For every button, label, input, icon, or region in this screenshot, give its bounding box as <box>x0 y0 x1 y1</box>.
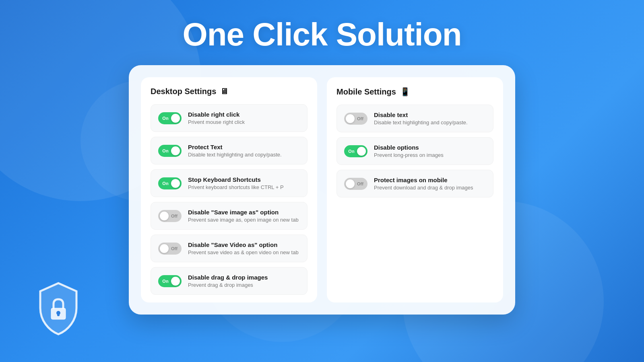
desktop-settings-list: On Disable right click Privent mouse rig… <box>151 104 308 295</box>
setting-item-disable-save-image: Off Disable "Save image as" option Preve… <box>151 202 308 230</box>
page-title: One Click Solution <box>182 16 461 53</box>
mobile-panel-title-text: Mobile Settings <box>336 87 396 97</box>
setting-title-protect-images-mobile: Protect images on mobile <box>374 177 486 183</box>
setting-title-disable-text-mobile: Disable text <box>374 111 486 118</box>
setting-title-disable-drag-drop: Disable drag & drop images <box>188 274 300 281</box>
setting-text-protect-text: Protect Text Disable text highlighting a… <box>188 144 300 158</box>
setting-desc-stop-keyboard-shortcuts: Privent keyboard shortcuts like CTRL + P <box>188 184 300 190</box>
setting-desc-protect-text: Disable text highlighting and copy/paste… <box>188 152 300 158</box>
setting-item-disable-text-mobile: Off Disable text Disable text highlighti… <box>336 105 493 132</box>
setting-title-disable-save-image: Disable "Save image as" option <box>188 209 300 216</box>
toggle-disable-right-click[interactable]: On <box>158 112 182 124</box>
desktop-panel-title: Desktop Settings 🖥 <box>151 87 308 96</box>
setting-title-protect-text: Protect Text <box>188 144 300 150</box>
mobile-settings-panel: Mobile Settings 📱 Off Disable text Disab… <box>327 77 503 302</box>
toggle-label-disable-options-mobile: On <box>348 149 354 154</box>
toggle-knob-disable-right-click <box>171 114 180 123</box>
toggle-disable-options-mobile[interactable]: On <box>344 145 367 157</box>
toggle-label-protect-images-mobile: Off <box>357 181 363 186</box>
setting-text-disable-save-video: Disable "Save Video as" option Prevent s… <box>188 241 300 255</box>
toggle-label-disable-drag-drop: On <box>162 279 168 284</box>
setting-text-disable-options-mobile: Disable options Prevent long-press on im… <box>374 144 486 158</box>
toggle-knob-disable-drag-drop <box>171 277 180 286</box>
setting-item-disable-right-click: On Disable right click Privent mouse rig… <box>151 104 308 132</box>
setting-desc-disable-text-mobile: Disable text highlighting and copy/paste… <box>374 119 486 125</box>
toggle-label-protect-text: On <box>162 148 168 153</box>
main-content: One Click Solution Desktop Settings 🖥 On… <box>0 0 644 362</box>
toggle-disable-text-mobile[interactable]: Off <box>344 113 367 125</box>
setting-item-disable-save-video: Off Disable "Save Video as" option Preve… <box>151 234 308 262</box>
toggle-disable-save-video[interactable]: Off <box>158 243 182 255</box>
toggle-knob-disable-save-image <box>160 212 169 220</box>
desktop-panel-title-text: Desktop Settings <box>151 87 216 96</box>
setting-text-disable-text-mobile: Disable text Disable text highlighting a… <box>374 111 486 125</box>
setting-desc-protect-images-mobile: Prevent download and drag & drop images <box>374 185 486 191</box>
toggle-knob-disable-text-mobile <box>346 114 355 123</box>
setting-text-disable-save-image: Disable "Save image as" option Prevent s… <box>188 209 300 223</box>
toggle-disable-drag-drop[interactable]: On <box>158 275 182 287</box>
setting-text-stop-keyboard-shortcuts: Stop Keyboard Shortcuts Privent keyboard… <box>188 176 300 190</box>
toggle-knob-protect-text <box>171 146 180 155</box>
toggle-disable-save-image[interactable]: Off <box>158 210 182 222</box>
toggle-stop-keyboard-shortcuts[interactable]: On <box>158 177 182 189</box>
setting-desc-disable-right-click: Privent mouse right click <box>188 119 300 125</box>
svg-rect-2 <box>57 313 60 316</box>
toggle-label-disable-right-click: On <box>162 116 168 121</box>
toggle-protect-images-mobile[interactable]: Off <box>344 178 367 190</box>
setting-desc-disable-save-video: Prevent save video as & open video on ne… <box>188 249 300 255</box>
setting-desc-disable-options-mobile: Prevent long-press on images <box>374 152 486 158</box>
setting-title-disable-right-click: Disable right click <box>188 111 300 118</box>
setting-item-protect-images-mobile: Off Protect images on mobile Prevent dow… <box>336 170 493 197</box>
setting-desc-disable-drag-drop: Prevent drag & drop images <box>188 282 300 288</box>
desktop-settings-panel: Desktop Settings 🖥 On Disable right clic… <box>141 77 317 302</box>
toggle-knob-disable-options-mobile <box>357 147 366 156</box>
setting-text-disable-right-click: Disable right click Privent mouse right … <box>188 111 300 125</box>
toggle-label-stop-keyboard-shortcuts: On <box>162 181 168 186</box>
setting-item-protect-text: On Protect Text Disable text highlightin… <box>151 137 308 165</box>
toggle-knob-protect-images-mobile <box>346 179 355 188</box>
mobile-icon: 📱 <box>400 87 410 97</box>
setting-title-disable-options-mobile: Disable options <box>374 144 486 151</box>
setting-title-stop-keyboard-shortcuts: Stop Keyboard Shortcuts <box>188 176 300 183</box>
setting-item-disable-drag-drop: On Disable drag & drop images Prevent dr… <box>151 267 308 295</box>
cards-container: Desktop Settings 🖥 On Disable right clic… <box>129 65 515 315</box>
toggle-label-disable-save-video: Off <box>171 246 178 251</box>
toggle-label-disable-save-image: Off <box>171 214 178 218</box>
toggle-knob-disable-save-video <box>160 244 169 253</box>
shield-lock-icon <box>32 280 85 338</box>
setting-item-stop-keyboard-shortcuts: On Stop Keyboard Shortcuts Privent keybo… <box>151 169 308 197</box>
setting-title-disable-save-video: Disable "Save Video as" option <box>188 241 300 248</box>
desktop-icon: 🖥 <box>220 87 228 96</box>
setting-text-protect-images-mobile: Protect images on mobile Prevent downloa… <box>374 177 486 191</box>
mobile-settings-list: Off Disable text Disable text highlighti… <box>336 105 493 197</box>
toggle-protect-text[interactable]: On <box>158 145 182 157</box>
setting-text-disable-drag-drop: Disable drag & drop images Prevent drag … <box>188 274 300 288</box>
toggle-label-disable-text-mobile: Off <box>357 116 363 121</box>
toggle-knob-stop-keyboard-shortcuts <box>171 179 180 188</box>
mobile-panel-title: Mobile Settings 📱 <box>336 87 493 97</box>
setting-desc-disable-save-image: Prevent save image as, open image on new… <box>188 217 300 223</box>
setting-item-disable-options-mobile: On Disable options Prevent long-press on… <box>336 137 493 165</box>
